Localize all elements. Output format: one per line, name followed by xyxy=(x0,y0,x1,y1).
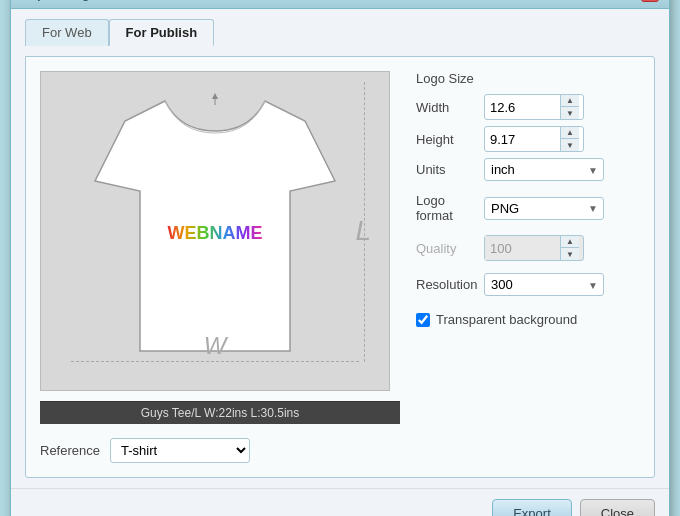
format-dropdown-wrapper: PNG JPG BMP ▼ xyxy=(484,197,604,220)
svg-text:WEBNAME: WEBNAME xyxy=(168,223,263,243)
preview-section: WEBNAME xyxy=(40,71,400,463)
units-dropdown-wrapper: inch cm mm ▼ xyxy=(484,158,604,181)
quality-spin-buttons: ▲ ▼ xyxy=(560,236,579,260)
quality-label: Quality xyxy=(416,241,476,256)
resolution-dropdown-wrapper: 300 72 150 600 ▼ xyxy=(484,273,604,296)
transparent-bg-row: Transparent background xyxy=(416,312,640,327)
dialog-title: Export Logo xyxy=(21,0,98,1)
transparent-bg-label: Transparent background xyxy=(436,312,577,327)
quality-spin-down: ▼ xyxy=(561,248,579,260)
logo-size-title: Logo Size xyxy=(416,71,640,86)
height-input[interactable] xyxy=(485,127,560,151)
dim-w-label: W xyxy=(204,332,227,360)
preview-caption: Guys Tee/L W:22ins L:30.5ins xyxy=(40,401,400,424)
width-input[interactable] xyxy=(485,95,560,119)
tshirt-svg: WEBNAME xyxy=(85,91,345,371)
resolution-row: Resolution 300 72 150 600 ▼ xyxy=(416,273,640,296)
logo-format-row: Logo format PNG JPG BMP ▼ xyxy=(416,193,640,223)
height-label: Height xyxy=(416,132,476,147)
height-spin-buttons: ▲ ▼ xyxy=(560,127,579,151)
width-label: Width xyxy=(416,100,476,115)
quality-spin-up: ▲ xyxy=(561,236,579,248)
tab-for-publish[interactable]: For Publish xyxy=(109,19,215,46)
height-spinner: ▲ ▼ xyxy=(484,126,584,152)
height-row: Height ▲ ▼ xyxy=(416,126,640,152)
units-select[interactable]: inch cm mm xyxy=(484,158,604,181)
close-icon[interactable]: ✕ xyxy=(641,0,659,2)
resolution-select[interactable]: 300 72 150 600 xyxy=(484,273,604,296)
transparent-bg-checkbox[interactable] xyxy=(416,313,430,327)
export-logo-dialog: Export Logo ✕ For Web For Publish xyxy=(10,0,670,516)
height-spin-up[interactable]: ▲ xyxy=(561,127,579,139)
logo-size-group: Logo Size Width ▲ ▼ xyxy=(416,71,640,181)
quality-row: Quality ▲ ▼ xyxy=(416,235,640,261)
width-spin-down[interactable]: ▼ xyxy=(561,107,579,119)
width-spinner: ▲ ▼ xyxy=(484,94,584,120)
width-spin-up[interactable]: ▲ xyxy=(561,95,579,107)
width-spin-buttons: ▲ ▼ xyxy=(560,95,579,119)
quality-spinner: ▲ ▼ xyxy=(484,235,584,261)
tab-panel: WEBNAME xyxy=(25,56,655,478)
dim-line-vertical xyxy=(364,82,365,362)
tab-for-web[interactable]: For Web xyxy=(25,19,109,46)
dialog-content: For Web For Publish WEBNAME xyxy=(11,9,669,488)
resolution-label: Resolution xyxy=(416,277,476,292)
units-label: Units xyxy=(416,162,476,177)
dialog-footer: Export Close xyxy=(11,488,669,516)
reference-label: Reference xyxy=(40,443,100,458)
height-spin-down[interactable]: ▼ xyxy=(561,139,579,151)
logo-format-label: Logo format xyxy=(416,193,476,223)
units-row: Units inch cm mm ▼ xyxy=(416,158,640,181)
export-button[interactable]: Export xyxy=(492,499,572,516)
settings-section: Logo Size Width ▲ ▼ xyxy=(416,71,640,463)
tshirt-preview: WEBNAME xyxy=(40,71,390,391)
tab-bar: For Web For Publish xyxy=(25,19,655,46)
close-button[interactable]: Close xyxy=(580,499,655,516)
dim-line-horizontal xyxy=(71,361,359,362)
reference-row: Reference T-shirt xyxy=(40,434,400,463)
quality-input xyxy=(485,236,560,260)
reference-select[interactable]: T-shirt xyxy=(110,438,250,463)
width-row: Width ▲ ▼ xyxy=(416,94,640,120)
title-bar: Export Logo ✕ xyxy=(11,0,669,9)
svg-marker-2 xyxy=(212,93,218,99)
format-select[interactable]: PNG JPG BMP xyxy=(484,197,604,220)
